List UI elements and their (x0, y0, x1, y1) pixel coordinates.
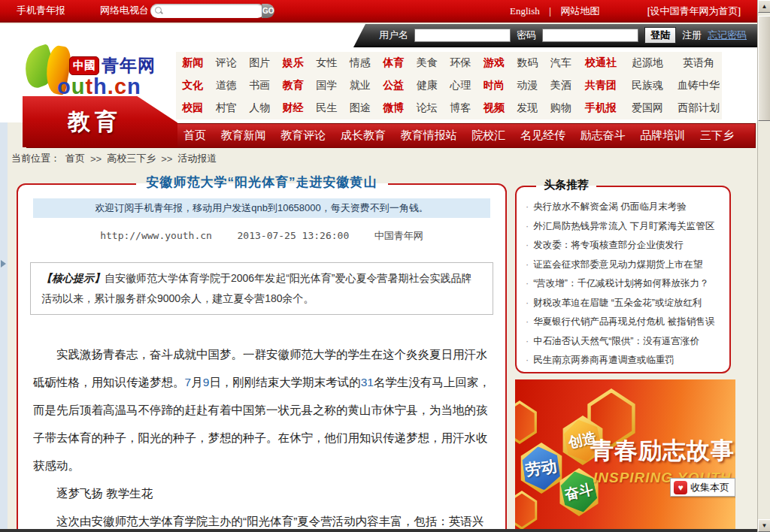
nav-link[interactable]: 图片 (249, 56, 270, 70)
headline-item[interactable]: ·“营改增”：千亿减税计划将如何释放张力？ (526, 274, 723, 294)
search-box[interactable]: GO (150, 4, 265, 18)
nav-link[interactable]: 国学 (316, 79, 337, 92)
topbar-link[interactable]: 手机青年报 (17, 4, 65, 17)
nav-link[interactable]: 文化 (182, 79, 203, 92)
bullet-icon: · (526, 240, 529, 250)
nav-link[interactable]: 共青团 (585, 79, 617, 92)
nav-link[interactable]: 心理 (450, 79, 471, 92)
headline-item[interactable]: ·民生南京两券商再遭调查或临重罚 (526, 351, 723, 370)
nav-link[interactable]: 血铸中华 (678, 79, 720, 92)
nav-link[interactable]: 图途 (350, 101, 371, 115)
nav-link[interactable]: 汽车 (550, 56, 571, 70)
password-field[interactable] (542, 29, 638, 42)
headline-text: 中石油否认天然气“限供”：没有逼宫涨价 (533, 336, 699, 346)
breadcrumb-link[interactable]: 首页 (65, 152, 85, 165)
headline-item[interactable]: ·央行放水不解资金渴 仍面临月末考验 (526, 198, 723, 217)
headline-list: ·央行放水不解资金渴 仍面临月末考验·外汇局防热钱异常流入 下月盯紧海关监管区·… (517, 187, 729, 370)
nav-link[interactable]: 爱国网 (632, 101, 663, 115)
headline-item[interactable]: ·华夏银行代销产品再现兑付危机 被指销售误 (526, 313, 723, 332)
nav-link[interactable]: 起源地 (632, 56, 663, 70)
topbar-link[interactable]: English (510, 5, 540, 17)
scrollbar-thumb[interactable] (758, 16, 770, 121)
channel-nav-link[interactable]: 名见经传 (520, 128, 565, 143)
headline-item[interactable]: ·发改委：将专项核查部分企业债发行 (526, 236, 723, 255)
headline-item[interactable]: ·证监会征求部委意见动力煤期货上市在望 (526, 255, 723, 275)
bullet-icon: · (526, 298, 529, 308)
nav-link[interactable]: 购物 (550, 101, 571, 115)
channel-nav-link[interactable]: 励志奋斗 (581, 128, 626, 143)
nav-link[interactable]: 游戏 (484, 56, 505, 70)
bullet-icon: · (526, 355, 529, 365)
nav-link[interactable]: 校园 (182, 101, 203, 115)
channel-nav-link[interactable]: 教育情报站 (401, 128, 457, 143)
nav-link[interactable]: 西部计划 (678, 101, 720, 115)
nav-link[interactable]: 微博 (383, 101, 404, 115)
nav-link[interactable]: 新闻 (182, 56, 203, 70)
breadcrumb-link[interactable]: 高校三下乡 (107, 152, 156, 165)
register-link[interactable]: 注册 (682, 29, 702, 42)
nav-link[interactable]: 英语角 (683, 56, 714, 70)
topbar-link[interactable]: 网络电视台 (100, 4, 149, 17)
nav-link[interactable]: 环保 (450, 56, 471, 70)
nav-link[interactable]: 情感 (350, 56, 371, 70)
nav-link[interactable]: 手机报 (585, 101, 617, 115)
channel-nav-link[interactable]: 成长教育 (341, 128, 386, 143)
nav-link[interactable]: 发现 (517, 101, 538, 115)
vertical-scrollbar[interactable]: ▲ ▼ (757, 0, 770, 532)
headline-item[interactable]: ·外汇局防热钱异常流入 下月盯紧海关监管区 (526, 217, 723, 237)
nav-link[interactable]: 体育 (383, 56, 404, 70)
nav-link[interactable]: 视频 (484, 101, 505, 115)
collect-page-button[interactable]: ♥ 收集本页 (670, 478, 735, 497)
nav-link[interactable]: 健康 (417, 79, 438, 92)
bullet-icon: · (526, 201, 529, 212)
channel-nav-link[interactable]: 首页 (183, 128, 206, 143)
login-panel: 用户名 密码 登陆 注册 忘记密码 (353, 24, 757, 47)
nav-link[interactable]: 美食 (417, 56, 438, 70)
nav-link[interactable]: 评论 (216, 56, 237, 70)
nav-link[interactable]: 数码 (517, 56, 538, 70)
nav-link[interactable]: 就业 (350, 79, 371, 92)
bullet-icon: · (526, 259, 529, 270)
nav-link[interactable]: 民生 (316, 101, 337, 115)
search-input[interactable] (155, 5, 262, 17)
nav-link[interactable]: 时尚 (484, 79, 505, 92)
topbar-link[interactable]: 网站地图 (561, 5, 600, 18)
nav-link[interactable]: 娱乐 (283, 56, 304, 70)
nav-link[interactable]: 博客 (450, 101, 471, 115)
nav-link[interactable]: 人物 (249, 101, 270, 115)
channel-nav-link[interactable]: 三下乡 (700, 128, 734, 143)
nav-link[interactable]: 论坛 (417, 101, 438, 115)
channel-nav-link[interactable]: 教育评论 (280, 128, 326, 143)
nav-link[interactable]: 村官 (216, 101, 237, 115)
breadcrumb-link[interactable]: 活动报道 (177, 152, 217, 165)
nav-link[interactable]: 道德 (216, 79, 237, 92)
article-box: 欢迎订阅手机青年报，移动用户发送qnb到10658000，每天资费不到一角钱。 … (17, 183, 507, 532)
login-button[interactable]: 登陆 (644, 27, 676, 44)
nav-link[interactable]: 公益 (383, 79, 404, 92)
side-panel-toggle-arrow-icon[interactable] (1, 260, 6, 268)
nav-link[interactable]: 书画 (249, 79, 270, 92)
headline-box: ·央行放水不解资金渴 仍面临月末考验·外汇局防热钱异常流入 下月盯紧海关监管区·… (515, 186, 731, 373)
channel-nav-link[interactable]: 品牌培训 (640, 128, 685, 143)
nav-link[interactable]: 女性 (316, 56, 337, 70)
nav-link[interactable]: 财经 (283, 101, 304, 115)
set-homepage-link[interactable]: [设中国青年网为首页] (647, 0, 741, 23)
headline-text: 华夏银行代销产品再现兑付危机 被指销售误 (533, 316, 714, 327)
search-go-button[interactable]: GO (262, 4, 274, 18)
headline-item[interactable]: ·财税改革迫在眉睫 “五朵金花”或绽放红利 (526, 294, 723, 313)
headline-text: 央行放水不解资金渴 仍面临月末考验 (533, 201, 686, 212)
scroll-up-arrow-icon[interactable]: ▲ (758, 0, 770, 13)
nav-link[interactable]: 校通社 (585, 56, 617, 70)
nav-link[interactable]: 动漫 (517, 79, 538, 92)
channel-nav-link[interactable]: 教育新闻 (221, 128, 266, 143)
nav-link[interactable]: 美酒 (550, 79, 571, 92)
username-field[interactable] (414, 29, 511, 42)
nav-link[interactable]: 教育 (283, 79, 304, 92)
headline-text: 财税改革迫在眉睫 “五朵金花”或绽放红利 (533, 298, 702, 308)
inspiring-youth-banner[interactable]: 创造 劳动 奋斗 青春励志故事 INSPIRING YOUTH ♥ 收集本页 (515, 379, 735, 532)
scroll-down-arrow-icon[interactable]: ▼ (758, 519, 770, 532)
channel-nav-link[interactable]: 院校汇 (471, 128, 505, 143)
headline-item[interactable]: ·中石油否认天然气“限供”：没有逼宫涨价 (526, 332, 723, 352)
forgot-password-link[interactable]: 忘记密码 (708, 29, 747, 42)
nav-link[interactable]: 民族魂 (632, 79, 663, 92)
